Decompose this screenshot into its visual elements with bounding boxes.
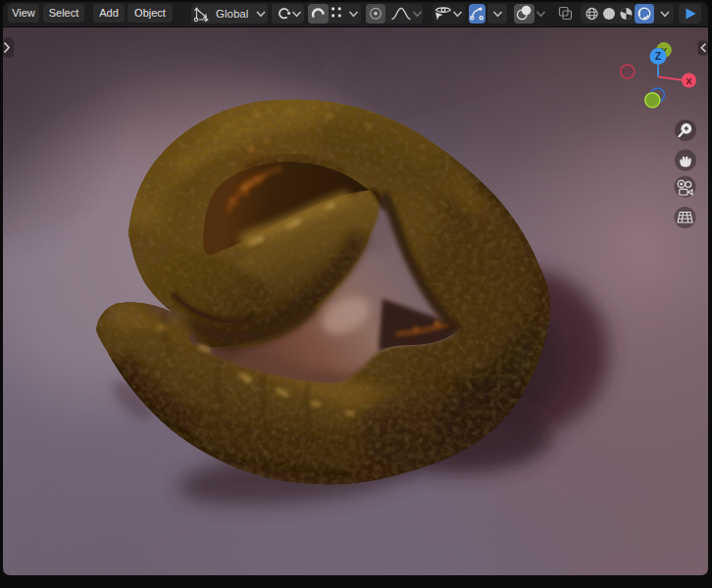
svg-text:Z: Z [655, 51, 661, 62]
svg-text:X: X [686, 75, 692, 86]
svg-text:Global: Global [216, 8, 248, 20]
